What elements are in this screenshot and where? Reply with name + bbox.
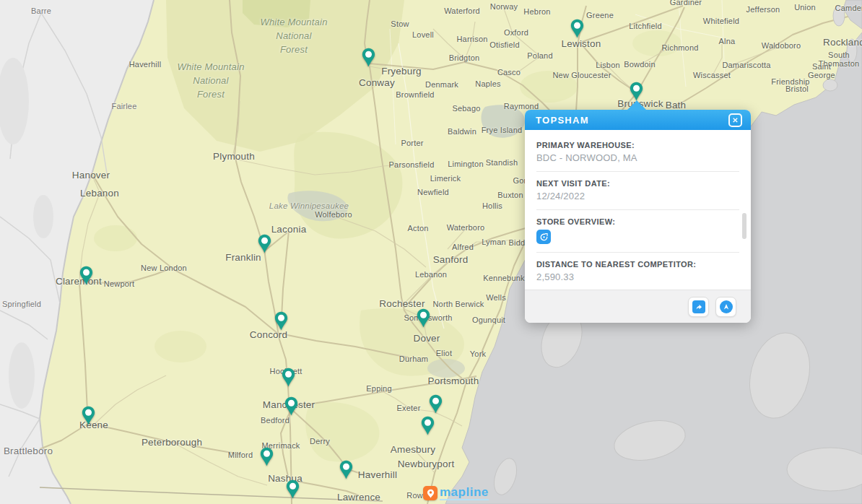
store-pin[interactable] bbox=[339, 460, 353, 479]
pin-icon bbox=[421, 416, 435, 435]
popup-body: PRIMARY WAREHOUSE: BDC - NORWOOD, MA NEX… bbox=[525, 130, 751, 290]
store-pin[interactable] bbox=[286, 479, 300, 499]
store-pin[interactable] bbox=[79, 266, 93, 285]
store-pin[interactable] bbox=[274, 311, 288, 331]
popup-header: TOPSHAM ✕ bbox=[525, 110, 751, 130]
divider bbox=[536, 209, 739, 210]
pin-icon bbox=[274, 311, 288, 331]
store-pin[interactable] bbox=[258, 234, 271, 253]
share-button[interactable] bbox=[688, 297, 709, 317]
field-value: 12/24/2022 bbox=[536, 191, 739, 201]
field-label: NEXT VISIT DATE: bbox=[536, 179, 739, 188]
pin-icon bbox=[82, 406, 95, 425]
pin-icon bbox=[282, 368, 295, 387]
store-pin[interactable] bbox=[282, 368, 295, 387]
share-icon bbox=[692, 300, 705, 313]
store-pin[interactable] bbox=[417, 308, 430, 328]
navigate-icon bbox=[720, 300, 733, 313]
pin-icon bbox=[260, 447, 274, 466]
divider bbox=[536, 171, 739, 172]
mapline-pin-icon bbox=[423, 486, 437, 500]
pin-icon bbox=[79, 266, 93, 285]
mapline-logo[interactable]: mapline bbox=[423, 486, 489, 500]
field-label: PRIMARY WAREHOUSE: bbox=[536, 141, 739, 149]
store-pin[interactable] bbox=[362, 48, 375, 67]
pin-icon bbox=[286, 479, 300, 499]
store-pin[interactable] bbox=[82, 406, 95, 425]
field-label: DISTANCE TO NEAREST COMPETITOR: bbox=[536, 260, 739, 269]
map-canvas[interactable]: BarreFairleeSpringfieldBrattleboroHaverh… bbox=[0, 0, 862, 504]
pin-icon bbox=[570, 19, 584, 38]
pin-icon bbox=[417, 308, 430, 328]
pin-icon bbox=[630, 82, 643, 101]
pin-icon bbox=[429, 394, 443, 414]
pin-icon bbox=[284, 396, 298, 416]
store-pin[interactable] bbox=[284, 396, 298, 416]
popup-footer bbox=[525, 290, 751, 323]
store-pin[interactable] bbox=[421, 416, 435, 435]
pin-icon bbox=[339, 460, 353, 479]
store-pin[interactable] bbox=[429, 394, 443, 414]
pin-icon bbox=[362, 48, 375, 67]
field-value: BDC - NORWOOD, MA bbox=[536, 152, 739, 163]
store-pin[interactable] bbox=[260, 447, 274, 466]
popup-scrollbar[interactable] bbox=[742, 213, 746, 239]
store-overview-link-icon[interactable] bbox=[536, 230, 551, 244]
popup-title: TOPSHAM bbox=[536, 115, 728, 126]
store-info-popup: TOPSHAM ✕ PRIMARY WAREHOUSE: BDC - NORWO… bbox=[525, 110, 751, 323]
divider bbox=[536, 252, 739, 253]
store-pin[interactable] bbox=[570, 19, 584, 38]
mapline-logo-text: mapline bbox=[440, 486, 489, 500]
store-pin-selected[interactable] bbox=[630, 82, 643, 101]
navigate-button[interactable] bbox=[715, 297, 736, 317]
pin-icon bbox=[258, 234, 271, 253]
popup-pointer-arrow bbox=[627, 100, 647, 110]
field-value: 2,590.33 bbox=[536, 271, 739, 282]
field-label: STORE OVERVIEW: bbox=[536, 217, 739, 226]
close-icon[interactable]: ✕ bbox=[728, 113, 742, 127]
